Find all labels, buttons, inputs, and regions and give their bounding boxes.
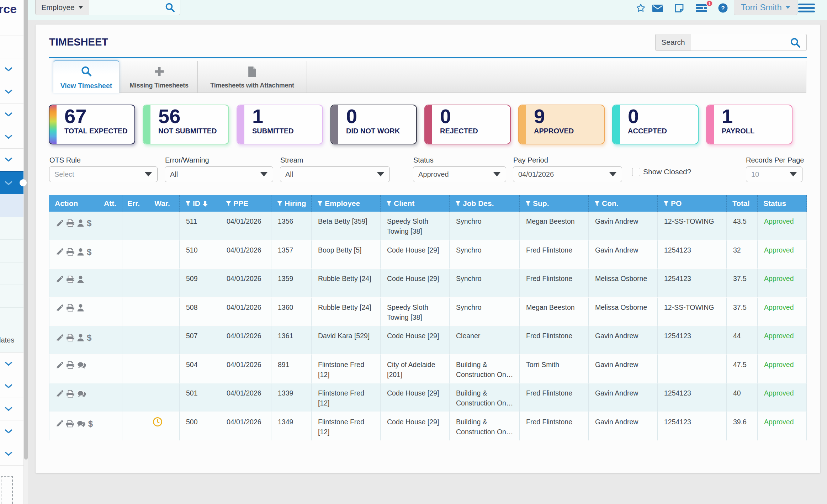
svg-text:?: ? bbox=[721, 5, 725, 12]
